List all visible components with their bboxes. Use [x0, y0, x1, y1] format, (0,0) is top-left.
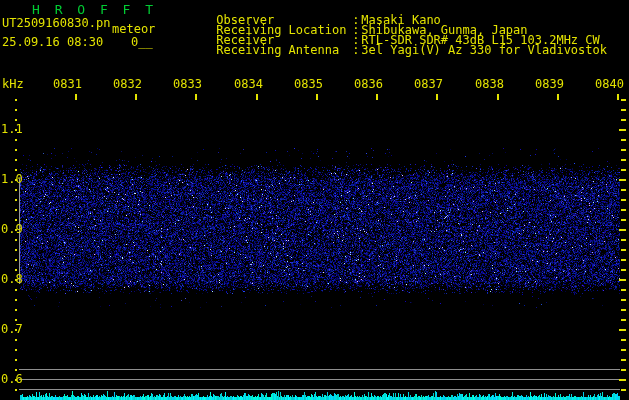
tick-mark	[621, 139, 626, 141]
time-tick-label: 0840	[595, 79, 624, 90]
tick-mark	[256, 94, 258, 100]
tick-mark	[15, 199, 17, 201]
freq-tick-label: 0.6	[1, 374, 23, 385]
time-tick-label: 0835	[294, 79, 323, 90]
tick-mark	[621, 239, 626, 241]
tick-mark	[15, 119, 17, 121]
tick-mark	[621, 219, 626, 221]
tick-mark	[621, 119, 626, 121]
tick-mark	[15, 249, 17, 251]
time-tick-label: 0831	[53, 79, 82, 90]
time-tick-label: 0836	[354, 79, 383, 90]
tick-mark	[15, 109, 17, 111]
tick-mark	[135, 94, 137, 100]
echo-counter: 0__	[131, 37, 153, 48]
tick-mark	[15, 349, 17, 351]
tick-mark	[621, 109, 626, 111]
freq-tick-label: 0.7	[1, 324, 23, 335]
tick-mark	[621, 299, 626, 301]
freq-tick-label: 0.9	[1, 224, 23, 235]
tick-mark	[15, 169, 17, 171]
tick-mark	[621, 159, 626, 161]
tick-mark	[15, 269, 17, 271]
reference-line	[19, 369, 620, 370]
spectrogram-canvas	[0, 0, 629, 400]
tick-mark	[621, 389, 626, 391]
freq-tick-label: 1.0	[1, 174, 23, 185]
time-tick-label: 0833	[173, 79, 202, 90]
tick-mark	[15, 359, 17, 361]
tick-mark	[621, 199, 626, 201]
reference-line	[19, 389, 620, 390]
tick-mark	[619, 279, 626, 281]
time-tick-label: 0837	[414, 79, 443, 90]
tick-mark	[621, 319, 626, 321]
tick-mark	[621, 309, 626, 311]
info-label: Receiving Antenna	[216, 45, 352, 55]
tick-mark	[621, 169, 626, 171]
tick-mark	[15, 389, 17, 391]
tick-mark	[619, 179, 626, 181]
tick-mark	[621, 189, 626, 191]
time-tick-label: 0838	[475, 79, 504, 90]
tick-mark	[621, 259, 626, 261]
info-separator: :	[352, 45, 361, 55]
info-row-observer: Observer:Masaki Kano	[173, 5, 607, 15]
tick-mark	[316, 94, 318, 100]
tick-mark	[15, 149, 17, 151]
freq-tick-label: 0.8	[1, 274, 23, 285]
freq-tick-label: 1.1	[1, 124, 23, 135]
tick-mark	[15, 369, 17, 371]
info-value: 3el Yagi(V) Az 330 for Vladivostok	[361, 43, 607, 57]
tick-mark	[436, 94, 438, 100]
tick-mark	[15, 319, 17, 321]
tick-mark	[15, 219, 17, 221]
tick-mark	[15, 139, 17, 141]
hrofft-window: H R O F F T UT2509160830.pn meteor 25.09…	[0, 0, 629, 400]
tick-mark	[15, 339, 17, 341]
time-tick-label: 0834	[234, 79, 263, 90]
tick-mark	[557, 94, 559, 100]
tick-mark	[621, 359, 626, 361]
tick-mark	[15, 309, 17, 311]
tick-mark	[15, 159, 17, 161]
tick-mark	[621, 349, 626, 351]
tick-mark	[621, 269, 626, 271]
tick-mark	[621, 149, 626, 151]
tick-mark	[75, 94, 77, 100]
tick-mark	[621, 99, 626, 101]
tick-mark	[497, 94, 499, 100]
tick-mark	[619, 329, 626, 331]
tick-mark	[621, 339, 626, 341]
station-label: meteor	[112, 24, 155, 35]
tick-mark	[15, 289, 17, 291]
tick-mark	[15, 99, 17, 101]
station-info: Observer:Masaki Kano Receiving Location:…	[173, 5, 607, 45]
tick-mark	[15, 209, 17, 211]
tick-mark	[15, 259, 17, 261]
freq-unit-label: kHz	[2, 79, 24, 90]
app-title: H R O F F T	[32, 4, 157, 16]
time-tick-label: 0832	[113, 79, 142, 90]
time-tick-label: 0839	[535, 79, 564, 90]
tick-mark	[621, 209, 626, 211]
tick-mark	[15, 239, 17, 241]
observation-timestamp: 25.09.16 08:30	[2, 37, 103, 48]
tick-mark	[619, 129, 626, 131]
tick-mark	[619, 379, 626, 381]
tick-mark	[621, 289, 626, 291]
tick-mark	[376, 94, 378, 100]
tick-mark	[621, 249, 626, 251]
output-filename: UT2509160830.pn	[2, 18, 110, 29]
tick-mark	[15, 189, 17, 191]
tick-mark	[195, 94, 197, 100]
tick-mark	[15, 299, 17, 301]
tick-mark	[617, 94, 619, 100]
reference-line	[19, 379, 620, 380]
tick-mark	[619, 229, 626, 231]
tick-mark	[621, 369, 626, 371]
